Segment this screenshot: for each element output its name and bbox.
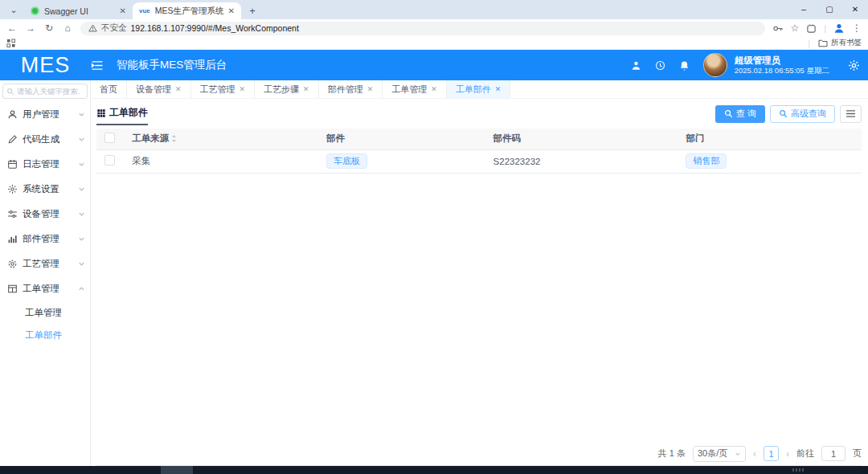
tab-workorder-components[interactable]: 工单部件 ✕ <box>447 80 511 98</box>
gear-icon <box>7 184 18 194</box>
chevron-up-icon <box>78 285 85 292</box>
menu-lines-icon <box>845 109 856 118</box>
browser-tab-mes[interactable]: vue MES生产管理系统 ✕ <box>133 2 241 19</box>
column-header: 部件码 <box>493 133 522 143</box>
all-bookmarks[interactable]: | 所有书签 <box>808 38 862 48</box>
sidebar-item-code-generation[interactable]: 代码生成 <box>0 127 90 152</box>
sidebar-subitem-workorder-management[interactable]: 工单管理 <box>0 301 90 324</box>
menu-label: 工单部件 <box>25 329 62 341</box>
bell-icon[interactable] <box>679 60 690 71</box>
tab-process-steps[interactable]: 工艺步骤 ✕ <box>255 80 319 98</box>
url-field[interactable]: 不安全 192.168.1.107:9990/#/Mes_WorkCompone… <box>80 22 765 35</box>
sidebar-item-user-management[interactable]: 用户管理 <box>0 102 90 127</box>
bookmark-star-icon[interactable]: ☆ <box>790 22 799 34</box>
page-size-select[interactable]: 30条/页 <box>693 446 746 462</box>
row-checkbox[interactable] <box>104 155 115 165</box>
new-tab-button[interactable]: + <box>244 2 260 18</box>
tab-label: 工艺步骤 <box>264 84 299 96</box>
chevron-down-icon <box>78 260 85 268</box>
home-icon[interactable]: ⌂ <box>62 22 73 34</box>
close-icon[interactable]: ✕ <box>175 85 182 93</box>
user-lock-icon[interactable] <box>631 60 641 71</box>
menu-label: 工艺管理 <box>23 258 73 270</box>
tab-workorder-management[interactable]: 工单管理 ✕ <box>383 80 447 98</box>
tab-device-management[interactable]: 设备管理 ✕ <box>127 80 191 98</box>
sidebar-item-device-management[interactable]: 设备管理 <box>0 202 90 227</box>
sidebar-search[interactable] <box>2 84 88 99</box>
tab-label: 工单管理 <box>391 84 427 96</box>
workorder-components-panel: 工单部件 查 询 高级查询 <box>96 103 862 466</box>
bar-chart-icon <box>7 234 18 244</box>
sidebar-item-system-settings[interactable]: 系统设置 <box>0 177 90 202</box>
grid-icon <box>96 108 106 118</box>
goto-label: 前往 <box>796 447 814 460</box>
goto-page-input[interactable] <box>821 446 845 461</box>
page-number-current[interactable]: 1 <box>764 446 779 461</box>
clock-icon[interactable] <box>655 60 665 71</box>
maximize-button[interactable]: ▢ <box>817 0 842 18</box>
sidebar-search-input[interactable] <box>17 87 80 96</box>
browser-tab-swagger[interactable]: Swagger UI ✕ <box>24 2 133 19</box>
tab-process-management[interactable]: 工艺管理 ✕ <box>191 80 256 98</box>
close-tab-icon[interactable]: ✕ <box>120 6 126 15</box>
button-label: 高级查询 <box>791 108 826 120</box>
user-info[interactable]: 超级管理员 2025.02.18 06:55:05 星期二 <box>735 55 829 76</box>
tab-search-icon[interactable]: ⌄ <box>5 1 23 18</box>
advanced-query-button[interactable]: 高级查询 <box>770 105 835 123</box>
bookmarks-label: 所有书签 <box>831 38 862 48</box>
tab-label: 工单部件 <box>456 84 491 96</box>
sidebar-item-parts-management[interactable]: 部件管理 <box>0 227 90 251</box>
close-icon[interactable]: ✕ <box>303 85 309 93</box>
tab-groups-icon[interactable] <box>6 39 15 47</box>
chevron-down-icon <box>78 186 85 193</box>
close-icon[interactable]: ✕ <box>431 85 437 93</box>
search-icon <box>724 109 733 118</box>
windows-taskbar[interactable] <box>0 466 868 474</box>
back-icon[interactable]: ← <box>6 22 18 34</box>
table-header-row: 工单来源 部件 部件码 部门 <box>96 129 862 149</box>
tab-label: 设备管理 <box>136 84 171 96</box>
user-avatar[interactable] <box>703 53 727 77</box>
sidebar-collapse-icon[interactable] <box>91 60 104 71</box>
minimize-button[interactable]: – <box>791 0 817 18</box>
reload-icon[interactable]: ↻ <box>43 22 55 34</box>
menu-label: 工单管理 <box>25 307 62 319</box>
browser-menu-icon[interactable]: ⋮ <box>852 22 862 34</box>
profile-icon[interactable] <box>833 22 845 34</box>
sort-icon[interactable] <box>171 134 177 143</box>
app-logo: MES <box>0 53 91 78</box>
password-key-icon[interactable] <box>772 23 783 34</box>
sidebar-item-process-management[interactable]: 工艺管理 <box>0 251 90 276</box>
page-size-value: 30条/页 <box>698 447 727 460</box>
column-header[interactable]: 工单来源 <box>132 133 169 145</box>
close-icon[interactable]: ✕ <box>495 85 502 93</box>
chevron-down-icon <box>78 210 85 218</box>
prev-page-button[interactable]: ‹ <box>753 448 756 460</box>
taskbar-dots <box>792 468 805 472</box>
panel-title-text: 工单部件 <box>109 106 148 120</box>
settings-gear-icon[interactable] <box>848 59 860 72</box>
table-icon <box>7 284 18 294</box>
close-tab-icon[interactable]: ✕ <box>228 6 235 15</box>
sidebar-subitem-workorder-components[interactable]: 工单部件 <box>0 324 90 346</box>
tab-parts-management[interactable]: 部件管理 ✕ <box>319 80 383 98</box>
close-window-button[interactable]: ✕ <box>842 0 868 18</box>
sidebar-item-workorder-management[interactable]: 工单管理 <box>0 276 90 301</box>
next-page-button[interactable]: › <box>786 448 789 460</box>
close-icon[interactable]: ✕ <box>367 85 374 93</box>
tab-home[interactable]: 首页 <box>91 80 127 98</box>
select-all-checkbox[interactable] <box>104 133 115 143</box>
menu-label: 代码生成 <box>23 133 73 145</box>
column-settings-button[interactable] <box>840 105 862 123</box>
query-button[interactable]: 查 询 <box>715 105 765 123</box>
calendar-icon <box>7 159 18 170</box>
forward-icon[interactable]: → <box>25 22 36 34</box>
extensions-icon[interactable] <box>806 23 817 34</box>
close-icon[interactable]: ✕ <box>240 85 246 93</box>
table-row[interactable]: 采集 车底板 S22323232 销售部 <box>96 149 862 173</box>
browser-tab-title: Swagger UI <box>44 6 115 16</box>
menu-label: 部件管理 <box>23 233 73 245</box>
menu-label: 用户管理 <box>23 108 73 121</box>
sidebar-item-log-management[interactable]: 日志管理 <box>0 152 90 177</box>
menu-label: 日志管理 <box>23 158 73 170</box>
